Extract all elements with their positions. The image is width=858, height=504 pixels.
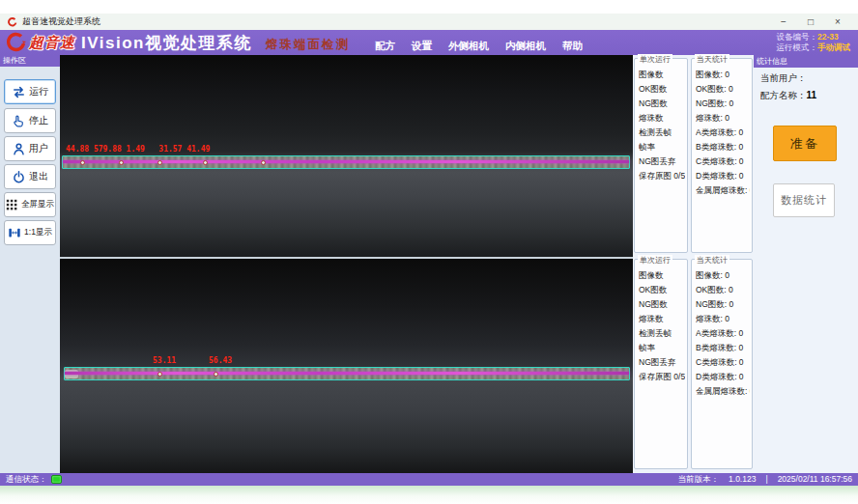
stat-row: NG图丢弃	[639, 154, 685, 169]
recipe-name-value: 11	[807, 90, 817, 100]
today-stats-title: 当天统计	[695, 255, 729, 266]
menu-item-recipe[interactable]: 配方	[375, 40, 395, 53]
titlebar: 超音速视觉处理系统 − □ ×	[0, 14, 858, 30]
stat-row: NG图数	[639, 97, 685, 111]
titlebar-left: 超音速视觉处理系统	[8, 15, 100, 28]
power-icon	[12, 170, 26, 184]
user-button[interactable]: 用户	[4, 136, 56, 161]
one-to-one-icon	[8, 226, 21, 239]
weld-bead-detection-box	[62, 155, 630, 169]
menu-item-inner-camera[interactable]: 内侧相机	[505, 40, 546, 53]
stat-row: 金属屑熔珠数: 0	[696, 384, 750, 399]
bead-marker	[119, 160, 124, 165]
exit-button[interactable]: 退出	[4, 164, 56, 189]
stat-row: C类熔珠数: 0	[696, 355, 750, 370]
maximize-button[interactable]: □	[804, 16, 817, 27]
run-button[interactable]: 运行	[4, 79, 56, 104]
operation-sidebar: 操作区 运行 停止 用户	[0, 55, 60, 473]
bead-marker	[203, 160, 208, 165]
statistics-columns: 单次运行 图像数 OK图数 NG图数 熔珠数 检测丢帧 帧率 NG图丢弃 保存原…	[633, 55, 754, 473]
statusbar-right: 当前版本： 1.0.123 | 2025/02/11 16:57:56	[678, 474, 852, 486]
recipe-name-label: 配方名称：	[760, 90, 807, 100]
single-run-groupbox: 单次运行 图像数 OK图数 NG图数 熔珠数 检测丢帧 帧率 NG图丢弃 保存原…	[634, 58, 688, 253]
stat-row: 保存原图 0/500	[639, 370, 685, 384]
single-run-groupbox: 单次运行 图像数 OK图数 NG图数 熔珠数 检测丢帧 帧率 NG图丢弃 保存原…	[634, 259, 688, 469]
fullscreen-icon	[6, 199, 18, 211]
stat-row: 图像数	[639, 268, 685, 283]
outer-camera-view[interactable]: 44.88 579.88 1.49 31.57 41.49	[60, 55, 633, 257]
stat-row: OK图数	[639, 283, 685, 297]
brand-swirl-icon	[6, 32, 27, 53]
single-run-title: 单次运行	[638, 255, 672, 266]
app-logo-icon	[8, 17, 17, 27]
close-button[interactable]: ×	[831, 16, 844, 27]
stats-section-bottom: 单次运行 图像数 OK图数 NG图数 熔珠数 检测丢帧 帧率 NG图丢弃 保存原…	[634, 259, 753, 469]
info-panel-title: 统计信息	[754, 55, 858, 68]
stat-row: 帧率	[639, 341, 685, 355]
stat-row: 检测丢帧	[639, 126, 685, 140]
version-label: 当前版本：	[678, 474, 720, 486]
brand-logo-text: 超音速	[29, 34, 75, 52]
minimize-button[interactable]: −	[777, 16, 790, 27]
footer-strip	[0, 486, 858, 504]
stat-row: OK图数: 0	[696, 283, 750, 297]
window-controls: − □ ×	[777, 16, 850, 27]
stop-button[interactable]: 停止	[4, 108, 56, 133]
stat-row: 检测丢帧	[639, 326, 685, 341]
data-statistics-button[interactable]: 数据统计	[773, 183, 835, 217]
window-title: 超音速视觉处理系统	[22, 15, 100, 28]
brand-logo: 超音速	[6, 32, 75, 53]
app-header: 超音速 IVision视觉处理系统 熔珠端面检测 配方 设置 外侧相机 内侧相机…	[0, 30, 858, 55]
recipe-name-row: 配方名称：11	[754, 85, 858, 102]
fullscreen-button[interactable]: 全屏显示	[4, 192, 56, 217]
sidebar-title: 操作区	[0, 55, 60, 67]
fullscreen-button-label: 全屏显示	[21, 199, 54, 210]
prepare-button[interactable]: 准备	[773, 126, 837, 161]
bead-marker	[80, 160, 85, 165]
stat-row: 金属屑熔珠数: 0	[696, 183, 750, 198]
run-button-label: 运行	[29, 85, 48, 98]
comm-status-label: 通信状态：	[6, 474, 47, 486]
image-display-area: 44.88 579.88 1.49 31.57 41.49 53.11 56.4…	[60, 55, 633, 473]
stat-row: NG图数: 0	[696, 297, 750, 312]
menu-item-outer-camera[interactable]: 外侧相机	[448, 40, 489, 53]
bead-marker	[157, 372, 162, 377]
menu-item-help[interactable]: 帮助	[562, 40, 583, 53]
stat-row: 帧率	[639, 140, 685, 154]
stat-row: 熔珠数	[639, 312, 685, 326]
single-run-title: 单次运行	[638, 54, 672, 65]
measurement-annotation: 56.43	[209, 356, 232, 365]
stop-button-label: 停止	[29, 114, 48, 127]
one-to-one-button[interactable]: 1:1显示	[4, 220, 56, 245]
measurement-annotation: 44.88 579.88 1.49 31.57 41.49	[66, 145, 210, 154]
bead-center-line	[63, 160, 629, 163]
status-bar: 通信状态： 当前版本： 1.0.123 | 2025/02/11 16:57:5…	[0, 473, 858, 486]
stat-row: 熔珠数: 0	[696, 111, 750, 126]
app-subtitle: 熔珠端面检测	[266, 37, 350, 53]
stat-row: NG图数: 0	[696, 97, 750, 111]
stat-row: 图像数: 0	[696, 68, 750, 82]
current-user-label: 当前用户：	[760, 72, 807, 83]
device-info: 设备编号：22-33 运行模式：手动调试	[777, 32, 853, 53]
weld-bead-detection-box	[64, 367, 630, 380]
stat-row: B类熔珠数: 0	[696, 341, 750, 355]
menu-item-settings[interactable]: 设置	[412, 40, 432, 53]
app-window: 超音速视觉处理系统 − □ × 超音速 IVision视觉处理系统 熔珠端面检测…	[0, 0, 858, 504]
stat-row: NG图丢弃	[639, 355, 685, 370]
device-number-value: 22-33	[817, 32, 839, 42]
stats-section-top: 单次运行 图像数 OK图数 NG图数 熔珠数 检测丢帧 帧率 NG图丢弃 保存原…	[634, 58, 753, 253]
bead-marker	[157, 160, 162, 165]
stat-row: D类熔珠数: 0	[696, 370, 750, 384]
inner-camera-view[interactable]: 53.11 56.43	[60, 259, 633, 473]
stat-row: D类熔珠数: 0	[696, 169, 750, 183]
stat-row: OK图数: 0	[696, 82, 750, 97]
cycle-icon	[12, 85, 26, 99]
comm-status-indicator	[51, 475, 62, 484]
stat-row: C类熔珠数: 0	[696, 154, 750, 169]
bead-center-line	[65, 372, 629, 375]
today-stats-title: 当天统计	[695, 54, 729, 65]
stat-row: 熔珠数: 0	[696, 312, 750, 326]
hand-icon	[12, 114, 26, 128]
run-mode-value: 手动调试	[817, 42, 850, 52]
stat-row: A类熔珠数: 0	[696, 126, 750, 140]
